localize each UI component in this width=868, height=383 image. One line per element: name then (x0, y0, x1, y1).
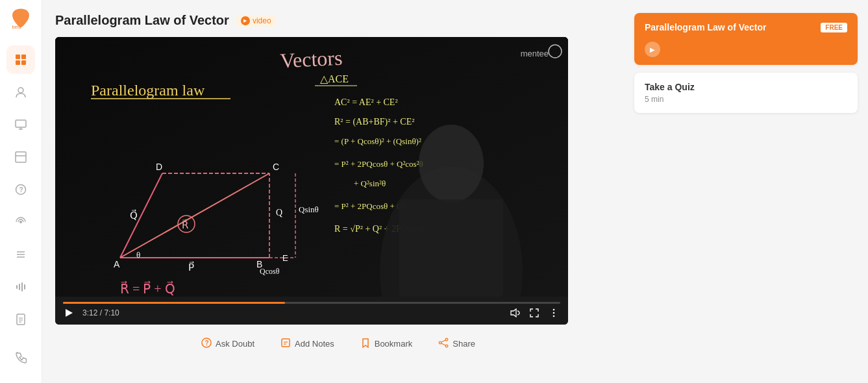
svg-text:+ Q²sin²θ: + Q²sin²θ (354, 179, 386, 188)
bottom-actions: ? Ask Doubt Add Notes Bookmark Share (55, 335, 621, 352)
svg-text:mentee: mentee (521, 49, 549, 58)
add-notes-label: Add Notes (295, 339, 334, 349)
svg-rect-17 (16, 285, 18, 289)
svg-point-67 (553, 312, 555, 314)
fullscreen-button[interactable] (528, 306, 541, 319)
quiz-title: Take a Quiz (645, 82, 847, 92)
svg-rect-21 (17, 314, 25, 325)
ask-doubt-label: Ask Doubt (216, 339, 254, 349)
svg-point-66 (553, 309, 555, 311)
svg-marker-65 (511, 309, 516, 317)
svg-text:?: ? (205, 340, 209, 347)
free-badge: FREE (821, 23, 847, 32)
page-header: Parallelogram Law of Vector ▶ video (55, 13, 621, 28)
svg-text:R² = (AB+BF)² + CE²: R² = (AB+BF)² + CE² (334, 117, 414, 127)
svg-rect-4 (21, 60, 26, 65)
svg-rect-9 (16, 152, 26, 162)
play-icon: ▶ (241, 16, 250, 25)
sidebar-item-list[interactable] (6, 240, 35, 269)
sidebar-item-dashboard[interactable] (6, 45, 35, 74)
svg-text:?: ? (19, 186, 23, 193)
sidebar-item-layout[interactable] (6, 143, 35, 171)
bookmark-icon (360, 338, 371, 350)
active-card-header: Parallelogram Law of Vector FREE (634, 13, 858, 42)
add-notes-icon (280, 338, 291, 350)
total-time: 7:10 (104, 308, 119, 317)
add-notes-button[interactable]: Add Notes (275, 335, 340, 352)
video-controls: 3:12 / 7:10 (55, 297, 568, 325)
svg-text:Vectors: Vectors (280, 46, 343, 73)
card-play-row: ▶ (634, 42, 858, 65)
active-video-card[interactable]: Parallelogram Law of Vector FREE ▶ (634, 13, 858, 65)
quiz-duration: 5 min (645, 95, 847, 104)
svg-rect-6 (16, 120, 26, 127)
svg-point-62 (419, 125, 484, 203)
svg-rect-19 (21, 282, 23, 291)
svg-text:beta: beta (12, 24, 21, 30)
sidebar: beta ? (0, 0, 42, 383)
svg-text:Q: Q (276, 208, 282, 217)
svg-text:= P² + 2PQcosθ + Q²cos²θ: = P² + 2PQcosθ + Q²cos²θ (334, 159, 423, 169)
svg-text:R⃗ = P⃗ + Q⃗: R⃗ = P⃗ + Q⃗ (120, 280, 175, 296)
sidebar-item-screen[interactable] (6, 110, 35, 139)
svg-rect-18 (19, 284, 20, 290)
svg-text:Q⃗: Q⃗ (130, 209, 138, 221)
svg-text:θ: θ (136, 250, 140, 260)
progress-bar[interactable] (63, 302, 560, 304)
svg-text:= (P + Qcosθ)² + (Qsinθ)²: = (P + Qcosθ)² + (Qsinθ)² (334, 136, 421, 146)
svg-point-76 (445, 345, 448, 347)
svg-text:AC² = AE² + CE²: AC² = AE² + CE² (334, 97, 398, 107)
sidebar-item-phone[interactable] (6, 344, 35, 373)
app-logo[interactable]: beta (9, 6, 32, 32)
svg-rect-1 (16, 55, 20, 59)
main-content: Parallelogram Law of Vector ▶ video Vect… (42, 0, 634, 383)
more-options-button[interactable] (547, 306, 560, 319)
sidebar-item-radio[interactable] (6, 208, 35, 236)
svg-marker-64 (66, 309, 73, 317)
volume-button[interactable] (508, 306, 521, 319)
sidebar-item-help[interactable]: ? (6, 175, 35, 204)
svg-point-13 (19, 221, 22, 223)
bookmark-button[interactable]: Bookmark (355, 335, 418, 352)
svg-line-78 (441, 343, 445, 345)
page-title: Parallelogram Law of Vector (55, 13, 229, 28)
svg-point-75 (439, 341, 441, 344)
right-panel: Parallelogram Law of Vector FREE ▶ Take … (634, 0, 868, 383)
svg-text:R⃗: R⃗ (182, 219, 188, 230)
card-play-button[interactable]: ▶ (645, 42, 660, 57)
sidebar-item-file[interactable] (6, 305, 35, 334)
video-screen[interactable]: Vectors mentee Parallelogram law A B C (55, 37, 568, 297)
current-time: 3:12 (82, 308, 97, 317)
svg-rect-20 (24, 284, 25, 290)
svg-text:Qcosθ: Qcosθ (260, 267, 280, 276)
video-badge-label: video (253, 16, 271, 25)
svg-text:D: D (156, 162, 162, 172)
svg-text:A: A (114, 259, 120, 269)
share-label: Share (453, 339, 475, 349)
share-button[interactable]: Share (433, 335, 480, 352)
svg-rect-71 (282, 339, 290, 347)
svg-rect-3 (16, 60, 20, 65)
svg-point-74 (445, 338, 448, 341)
svg-rect-63 (399, 199, 503, 297)
share-icon (438, 338, 449, 350)
video-player: Vectors mentee Parallelogram law A B C (55, 37, 568, 325)
sidebar-item-audio[interactable] (6, 273, 35, 301)
svg-rect-2 (21, 55, 26, 59)
play-pause-button[interactable] (63, 307, 75, 319)
sidebar-item-user[interactable] (6, 78, 35, 106)
ask-doubt-button[interactable]: ? Ask Doubt (196, 335, 260, 352)
svg-line-77 (441, 340, 445, 342)
svg-text:△ACE: △ACE (320, 73, 349, 84)
svg-text:P⃗: P⃗ (188, 261, 194, 273)
progress-fill (63, 302, 285, 304)
quiz-card[interactable]: Take a Quiz 5 min (634, 73, 858, 113)
svg-text:Qsinθ: Qsinθ (299, 204, 319, 214)
bookmark-label: Bookmark (375, 339, 413, 349)
controls-row: 3:12 / 7:10 (63, 306, 560, 319)
svg-point-68 (553, 315, 555, 317)
controls-right (508, 306, 560, 319)
svg-point-5 (18, 88, 23, 93)
svg-text:C: C (273, 162, 279, 172)
video-badge: ▶ video (236, 15, 277, 27)
